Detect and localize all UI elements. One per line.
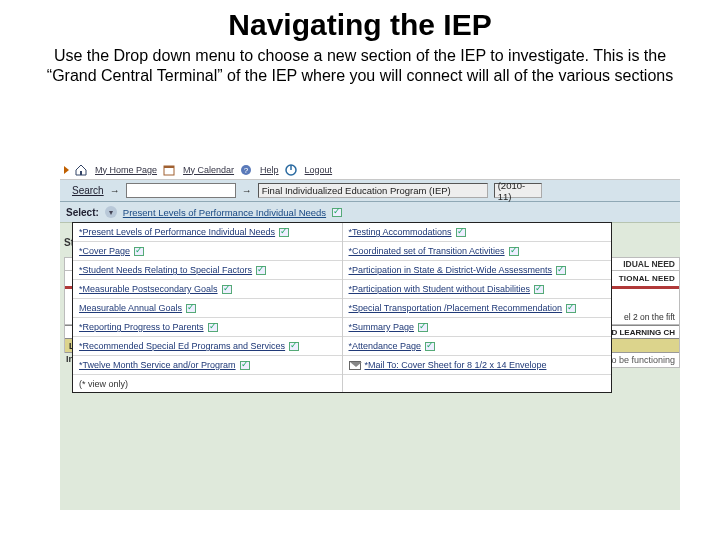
check-icon — [289, 342, 299, 351]
current-section-link[interactable]: Present Levels of Performance Individual… — [123, 207, 326, 218]
logout-link[interactable]: Logout — [305, 165, 333, 175]
dropdown-item[interactable]: *Present Levels of Performance Individua… — [73, 223, 342, 242]
svg-rect-0 — [80, 171, 82, 175]
search-row: Search → → Final Individualized Educatio… — [60, 180, 680, 202]
help-icon: ? — [240, 164, 252, 176]
slide-title: Navigating the IEP — [0, 8, 720, 42]
select-label: Select: — [66, 207, 99, 218]
dropdown-item-mail[interactable]: *Mail To: Cover Sheet for 8 1/2 x 14 Env… — [343, 356, 612, 375]
slide-subtitle: Use the Drop down menu to choose a new s… — [40, 46, 680, 86]
check-icon — [186, 304, 196, 313]
dropdown-item[interactable]: *Twelve Month Service and/or Program — [73, 356, 342, 375]
check-icon — [534, 285, 544, 294]
dropdown-item[interactable]: *Recommended Special Ed Programs and Ser… — [73, 337, 342, 356]
arrow-icon: → — [110, 185, 120, 196]
triangle-icon — [64, 166, 69, 174]
select-row: Select: ▾ Present Levels of Performance … — [60, 202, 680, 222]
check-icon — [134, 247, 144, 256]
dropdown-item[interactable]: *Testing Accommodations — [343, 223, 612, 242]
dropdown-item[interactable]: *Summary Page — [343, 318, 612, 337]
dropdown-item[interactable]: Measurable Annual Goals — [73, 299, 342, 318]
search-label[interactable]: Search — [72, 185, 104, 196]
program-field: Final Individualized Education Program (… — [258, 183, 488, 198]
dropdown-footnote: (* view only) — [73, 375, 342, 392]
search-input[interactable] — [126, 183, 236, 198]
section-dropdown: *Present Levels of Performance Individua… — [72, 222, 612, 393]
home-icon — [75, 164, 87, 176]
svg-text:?: ? — [244, 166, 249, 175]
el2-fragment: el 2 on the fift — [624, 312, 675, 322]
logout-icon — [285, 164, 297, 176]
dropdown-item[interactable]: *Participation with Student without Disa… — [343, 280, 612, 299]
dropdown-item[interactable]: *Measurable Postsecondary Goals — [73, 280, 342, 299]
check-icon — [256, 266, 266, 275]
home-link[interactable]: My Home Page — [95, 165, 157, 175]
check-icon — [456, 228, 466, 237]
app-screenshot: My Home Page My Calendar ? Help Logout S… — [60, 160, 680, 510]
dropdown-col-left: *Present Levels of Performance Individua… — [73, 223, 342, 392]
dropdown-item[interactable]: *Coordinated set of Transition Activitie… — [343, 242, 612, 261]
dropdown-toggle-icon[interactable]: ▾ — [105, 206, 117, 218]
year-field: (2010-11) — [494, 183, 542, 198]
arrow-icon-2: → — [242, 185, 252, 196]
dropdown-item[interactable]: *Attendance Page — [343, 337, 612, 356]
dropdown-foot-spacer — [343, 375, 612, 392]
mail-icon — [349, 361, 361, 370]
check-icon — [566, 304, 576, 313]
check-icon — [208, 323, 218, 332]
check-icon — [556, 266, 566, 275]
tional-need-fragment: TIONAL NEED — [619, 274, 675, 283]
dropdown-item[interactable]: *Participation in State & District-Wide … — [343, 261, 612, 280]
dropdown-col-right: *Testing Accommodations *Coordinated set… — [342, 223, 612, 392]
svg-rect-2 — [164, 166, 174, 168]
calendar-link[interactable]: My Calendar — [183, 165, 234, 175]
dropdown-item[interactable]: *Special Transportation /Placement Recom… — [343, 299, 612, 318]
dropdown-item[interactable]: *Student Needs Relating to Special Facto… — [73, 261, 342, 280]
check-icon — [425, 342, 435, 351]
check-icon — [279, 228, 289, 237]
check-icon — [418, 323, 428, 332]
dropdown-item[interactable]: *Reporting Progress to Parents — [73, 318, 342, 337]
calendar-icon — [163, 164, 175, 176]
check-icon — [509, 247, 519, 256]
check-icon — [332, 208, 342, 217]
top-toolbar: My Home Page My Calendar ? Help Logout — [60, 160, 680, 180]
help-link[interactable]: Help — [260, 165, 279, 175]
check-icon — [222, 285, 232, 294]
dropdown-item[interactable]: *Cover Page — [73, 242, 342, 261]
check-icon — [240, 361, 250, 370]
